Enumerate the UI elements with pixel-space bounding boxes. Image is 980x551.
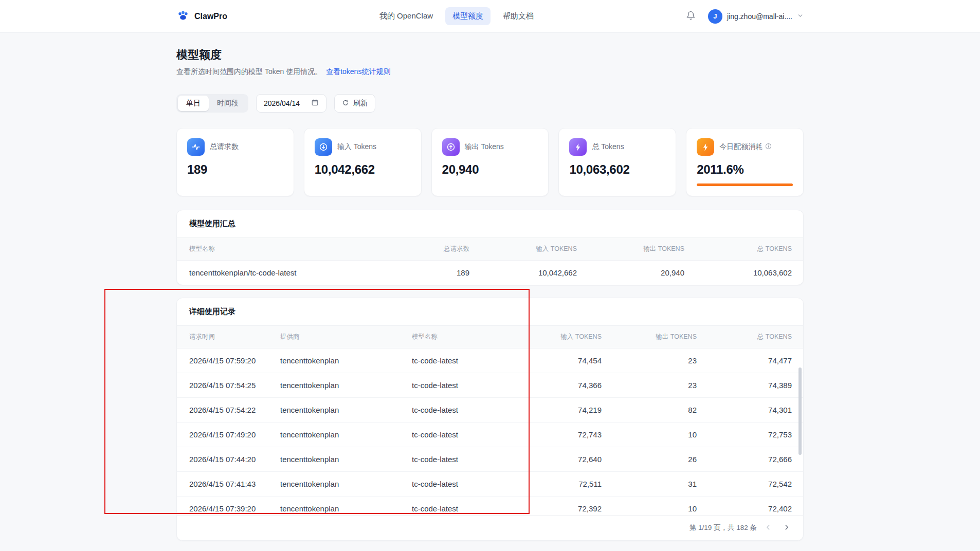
stats-row: 总请求数 189 输入 Tokens 10,042,662 bbox=[176, 128, 804, 196]
nav-item-my-openclaw[interactable]: 我的 OpenClaw bbox=[372, 7, 440, 25]
column-header: 总 TOKENS bbox=[684, 238, 804, 261]
stat-label: 总 Tokens bbox=[592, 142, 624, 152]
cell-model-name: tc-code-latest bbox=[412, 447, 517, 472]
cell-output-tokens: 26 bbox=[602, 447, 697, 472]
cell-provider: tencenttokenplan bbox=[280, 472, 412, 497]
calendar-icon bbox=[311, 99, 319, 108]
detailed-usage-card: 详细使用记录 请求时间 提供商 模型名称 输入 TOKENS 输出 TOKENS… bbox=[176, 298, 804, 541]
cell-input-tokens: 74,219 bbox=[517, 398, 602, 423]
navbar-right: J jing.zhou@mall-ai.... bbox=[686, 9, 804, 24]
mode-date-range-button[interactable]: 时间段 bbox=[209, 96, 247, 111]
cell-total-tokens: 72,753 bbox=[697, 423, 803, 447]
mode-single-day-button[interactable]: 单日 bbox=[178, 96, 209, 111]
page-content: 模型额度 查看所选时间范围内的模型 Token 使用情况。查看tokens统计规… bbox=[176, 47, 804, 551]
detail-table-scroll-area[interactable]: 请求时间 提供商 模型名称 输入 TOKENS 输出 TOKENS 总 TOKE… bbox=[177, 326, 803, 515]
table-row: 2026/4/15 07:41:43 tencenttokenplan tc-c… bbox=[177, 472, 803, 497]
cell-request-time: 2026/4/15 07:39:20 bbox=[177, 497, 280, 516]
stat-value: 20,940 bbox=[442, 162, 538, 177]
nav-item-model-quota[interactable]: 模型额度 bbox=[445, 7, 491, 25]
cell-request-time: 2026/4/15 07:41:43 bbox=[177, 472, 280, 497]
cell-provider: tencenttokenplan bbox=[280, 398, 412, 423]
table-row: 2026/4/15 07:59:20 tencenttokenplan tc-c… bbox=[177, 348, 803, 373]
table-row: 2026/4/15 07:39:20 tencenttokenplan tc-c… bbox=[177, 497, 803, 516]
cell-output-tokens: 31 bbox=[602, 472, 697, 497]
user-email: jing.zhou@mall-ai.... bbox=[727, 12, 792, 21]
next-page-button[interactable] bbox=[779, 521, 794, 535]
cell-input-tokens: 72,511 bbox=[517, 472, 602, 497]
chevron-left-icon bbox=[765, 524, 772, 532]
cell-provider: tencenttokenplan bbox=[280, 497, 412, 516]
stat-card-input-tokens: 输入 Tokens 10,042,662 bbox=[304, 128, 422, 196]
refresh-icon bbox=[342, 99, 349, 108]
model-usage-summary-card: 模型使用汇总 模型名称 总请求数 输入 TOKENS 输出 TOKENS 总 T… bbox=[176, 210, 804, 285]
column-header: 输入 TOKENS bbox=[469, 238, 577, 261]
cell-request-time: 2026/4/15 07:54:22 bbox=[177, 398, 280, 423]
scrollbar-thumb[interactable] bbox=[798, 368, 802, 455]
table-row: 2026/4/15 07:44:20 tencenttokenplan tc-c… bbox=[177, 447, 803, 472]
chevron-right-icon bbox=[783, 524, 790, 532]
cell-provider: tencenttokenplan bbox=[280, 423, 412, 447]
column-header: 提供商 bbox=[280, 326, 412, 348]
avatar: J bbox=[708, 9, 722, 24]
summary-table: 模型名称 总请求数 输入 TOKENS 输出 TOKENS 总 TOKENS t… bbox=[177, 238, 804, 285]
nav-item-help-docs[interactable]: 帮助文档 bbox=[496, 7, 541, 25]
cell-total-requests: 189 bbox=[362, 261, 469, 285]
stat-label: 输入 Tokens bbox=[337, 142, 376, 152]
table-row: 2026/4/15 07:54:22 tencenttokenplan tc-c… bbox=[177, 398, 803, 423]
top-navbar: ClawPro 我的 OpenClaw 模型额度 帮助文档 J jing.zho… bbox=[0, 0, 980, 33]
output-tokens-icon bbox=[442, 138, 460, 156]
cell-model-name: tc-code-latest bbox=[412, 497, 517, 516]
cell-total-tokens: 72,402 bbox=[697, 497, 803, 516]
cell-input-tokens: 72,640 bbox=[517, 447, 602, 472]
column-header: 总请求数 bbox=[362, 238, 469, 261]
stat-value: 10,042,662 bbox=[315, 162, 411, 177]
cell-total-tokens: 74,477 bbox=[697, 348, 803, 373]
previous-page-button[interactable] bbox=[761, 521, 775, 535]
table-row: 2026/4/15 07:54:25 tencenttokenplan tc-c… bbox=[177, 373, 803, 398]
cell-request-time: 2026/4/15 07:54:25 bbox=[177, 373, 280, 398]
info-icon[interactable] bbox=[765, 143, 772, 151]
page-subtitle: 查看所选时间范围内的模型 Token 使用情况。 bbox=[176, 67, 322, 76]
stat-value: 10,063,602 bbox=[569, 162, 665, 177]
cell-output-tokens: 82 bbox=[602, 398, 697, 423]
cell-model-name: tc-code-latest bbox=[412, 373, 517, 398]
column-header: 总 TOKENS bbox=[697, 326, 803, 348]
date-mode-segmented-control: 单日 时间段 bbox=[176, 94, 248, 113]
stat-card-output-tokens: 输出 Tokens 20,940 bbox=[431, 128, 549, 196]
brand-name: ClawPro bbox=[194, 12, 227, 21]
detail-header-row: 请求时间 提供商 模型名称 输入 TOKENS 输出 TOKENS 总 TOKE… bbox=[177, 326, 803, 348]
clawpro-logo-icon bbox=[176, 9, 190, 24]
controls-row: 单日 时间段 2026/04/14 刷新 bbox=[176, 94, 804, 113]
refresh-button[interactable]: 刷新 bbox=[334, 94, 375, 113]
cell-output-tokens: 23 bbox=[602, 373, 697, 398]
cell-provider: tencenttokenplan bbox=[280, 348, 412, 373]
stat-label: 输出 Tokens bbox=[465, 142, 504, 152]
summary-header-row: 模型名称 总请求数 输入 TOKENS 输出 TOKENS 总 TOKENS bbox=[177, 238, 804, 261]
tokens-rules-link[interactable]: 查看tokens统计规则 bbox=[326, 67, 390, 76]
table-row: tencenttokenplan/tc-code-latest 189 10,0… bbox=[177, 261, 804, 285]
stat-label: 总请求数 bbox=[210, 142, 239, 152]
cell-model-name: tc-code-latest bbox=[412, 423, 517, 447]
stat-value: 189 bbox=[187, 162, 283, 177]
page-title: 模型额度 bbox=[176, 47, 804, 63]
quota-bolt-icon bbox=[697, 138, 714, 156]
detail-table: 请求时间 提供商 模型名称 输入 TOKENS 输出 TOKENS 总 TOKE… bbox=[177, 326, 803, 515]
cell-model-name: tencenttokenplan/tc-code-latest bbox=[177, 261, 362, 285]
cell-total-tokens: 72,542 bbox=[697, 472, 803, 497]
pagination-status: 第 1/19 页，共 182 条 bbox=[689, 523, 757, 532]
cell-request-time: 2026/4/15 07:59:20 bbox=[177, 348, 280, 373]
cell-output-tokens: 10 bbox=[602, 497, 697, 516]
brand[interactable]: ClawPro bbox=[176, 9, 227, 24]
bell-icon bbox=[686, 11, 696, 22]
stat-label: 今日配额消耗 bbox=[719, 142, 763, 152]
user-menu[interactable]: J jing.zhou@mall-ai.... bbox=[708, 9, 804, 24]
cell-total-tokens: 10,063,602 bbox=[684, 261, 804, 285]
cell-output-tokens: 10 bbox=[602, 423, 697, 447]
cell-provider: tencenttokenplan bbox=[280, 373, 412, 398]
refresh-label: 刷新 bbox=[353, 99, 368, 108]
notification-bell-button[interactable] bbox=[686, 11, 696, 22]
date-picker-button[interactable]: 2026/04/14 bbox=[256, 94, 326, 113]
cell-model-name: tc-code-latest bbox=[412, 348, 517, 373]
stat-card-total-requests: 总请求数 189 bbox=[176, 128, 294, 196]
cell-input-tokens: 10,042,662 bbox=[469, 261, 577, 285]
